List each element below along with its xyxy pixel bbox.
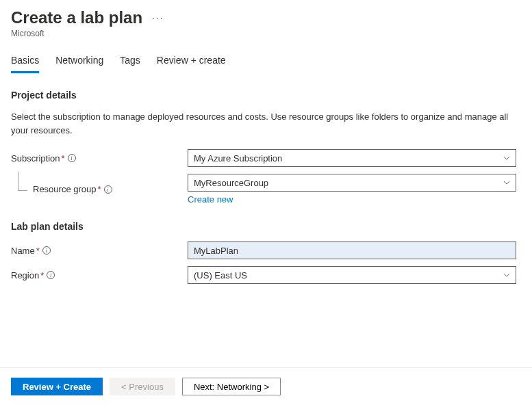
required-indicator: * — [98, 184, 101, 194]
info-icon[interactable]: i — [47, 271, 55, 279]
region-row: Region * i (US) East US — [11, 266, 521, 284]
info-icon[interactable]: i — [42, 246, 51, 254]
page-header: Create a lab plan ··· Microsoft — [11, 8, 521, 38]
chevron-down-icon — [503, 272, 510, 278]
project-details-heading: Project details — [11, 90, 521, 101]
subscription-value: My Azure Subscription — [194, 153, 282, 164]
project-details-description: Select the subscription to manage deploy… — [11, 110, 518, 137]
resource-group-value: MyResourceGroup — [194, 178, 268, 188]
resource-group-row: Resource group * i MyResourceGroup Creat… — [11, 174, 521, 205]
lab-plan-details-section: Lab plan details Name * i MyLabPlan Regi… — [11, 221, 521, 284]
lab-plan-details-heading: Lab plan details — [11, 221, 521, 232]
chevron-down-icon — [503, 179, 510, 186]
subscription-label: Subscription — [11, 153, 60, 164]
create-new-link[interactable]: Create new — [188, 194, 233, 205]
indent-connector — [18, 172, 27, 191]
next-button[interactable]: Next: Networking > — [182, 378, 281, 395]
required-indicator: * — [36, 246, 40, 256]
chevron-down-icon — [503, 155, 510, 161]
more-actions-icon[interactable]: ··· — [149, 12, 167, 23]
previous-button: < Previous — [110, 378, 175, 395]
required-indicator: * — [40, 270, 44, 280]
region-select[interactable]: (US) East US — [188, 266, 516, 284]
name-value: MyLabPlan — [194, 246, 238, 256]
region-value: (US) East US — [194, 270, 247, 280]
publisher-label: Microsoft — [11, 29, 521, 38]
tab-tags[interactable]: Tags — [120, 51, 140, 73]
info-icon[interactable]: i — [68, 154, 76, 162]
tab-basics[interactable]: Basics — [11, 51, 39, 73]
required-indicator: * — [62, 153, 65, 164]
tab-bar: Basics Networking Tags Review + create — [11, 51, 521, 73]
resource-group-label: Resource group — [33, 184, 97, 194]
footer-bar: Review + Create < Previous Next: Network… — [0, 367, 532, 405]
name-input[interactable]: MyLabPlan — [188, 241, 516, 259]
review-create-button[interactable]: Review + Create — [11, 378, 103, 395]
page-title: Create a lab plan — [11, 8, 142, 27]
name-label: Name — [11, 246, 35, 256]
subscription-select[interactable]: My Azure Subscription — [188, 149, 516, 167]
name-row: Name * i MyLabPlan — [11, 241, 521, 259]
tab-review-create[interactable]: Review + create — [157, 51, 226, 73]
region-label: Region — [11, 270, 39, 280]
resource-group-select[interactable]: MyResourceGroup — [188, 174, 516, 192]
project-details-section: Project details Select the subscription … — [11, 90, 521, 205]
subscription-row: Subscription * i My Azure Subscription — [11, 149, 521, 167]
info-icon[interactable]: i — [104, 185, 112, 194]
tab-networking[interactable]: Networking — [55, 51, 103, 73]
